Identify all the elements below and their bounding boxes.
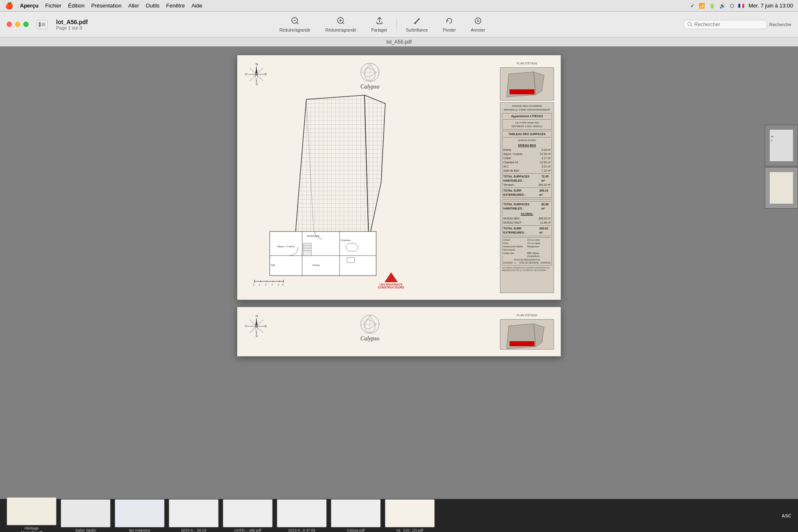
annotate-button[interactable]: Annoter (463, 15, 493, 34)
menu-fichier[interactable]: Fichier (45, 2, 62, 9)
file-info: lot_A56.pdf Page 1 sur 3 (56, 19, 88, 30)
room-entree: Entrée 5.34 m² (503, 148, 551, 152)
svg-text:O: O (245, 324, 247, 328)
search-label: Recherche (769, 22, 791, 27)
volume-icon: 🔊 (719, 3, 726, 9)
zoom-out-icon (291, 17, 299, 27)
zoom-in-button[interactable]: Réduire/agrandir (318, 15, 364, 34)
svg-text:Entrée: Entrée (313, 264, 320, 266)
room-sdb: Salle de Bain 7.10 m² (503, 169, 551, 172)
taskbar-thumb-al210[interactable] (385, 499, 435, 527)
compass-2: N S O E (244, 314, 269, 339)
plan-thumbnail-2 (500, 319, 554, 350)
taskbar-label-salon: Salon Jardin (75, 528, 96, 532)
taskbar-thumb-aced[interactable] (223, 499, 273, 527)
taskbar-item-2023a[interactable]: 2023-0....39.23 (169, 499, 219, 532)
apple-menu[interactable]: 🍎 (5, 2, 13, 10)
menu-edition[interactable]: Édition (68, 2, 85, 9)
minimize-button[interactable] (15, 22, 20, 27)
svg-rect-0 (39, 22, 41, 27)
taskbar-item-salon[interactable]: Salon Jardin (61, 499, 111, 532)
right-thumb-item-1[interactable]: an 9 (765, 125, 798, 166)
taskbar-item-al210[interactable]: AL_210...(2).pdf (385, 499, 435, 532)
plan-etage-label-2: PLAN D'ÉTAGE (500, 314, 554, 317)
taskbar-thumb-heritage[interactable] (7, 497, 57, 525)
taskbar-thumb-salon[interactable] (61, 499, 111, 527)
toolbar-divider-1 (397, 18, 397, 31)
search-input[interactable] (695, 22, 763, 27)
floor-plan-detail: Séjour / Cuisine Chambre Entrée SdB TERR… (269, 231, 377, 276)
flag-icon: 🇫🇷 (738, 3, 744, 9)
legend-panel: CloisonLD Lou-carpe PorteLS Lou-cappe Fe… (502, 237, 552, 266)
share-button[interactable]: Partager (364, 15, 394, 34)
total-hab-2: TOTAL SURFACES HABITABLES : 85.88 m² (503, 201, 551, 211)
highlight-button[interactable]: Surbrillance (399, 15, 436, 34)
svg-line-15 (691, 25, 692, 27)
table-sub: (surfaces privées) (503, 139, 551, 142)
menu-outils[interactable]: Outils (146, 2, 160, 9)
pdf-page-1: N S O E (237, 55, 561, 300)
svg-marker-29 (294, 95, 369, 253)
taskbar-thumb-2023b[interactable] (277, 499, 327, 527)
fine-print: Les surfaces indiquées sont calculées co… (502, 267, 552, 272)
svg-rect-2 (42, 24, 45, 25)
share-icon (375, 17, 384, 27)
page-inner-1: N S O E (237, 55, 561, 300)
calypso-text-2: Calypso (360, 335, 379, 342)
menu-apercu[interactable]: Aperçu (20, 2, 39, 9)
lnc-line2: CONSTRUCTEURS (378, 286, 404, 289)
svg-text:2: 2 (265, 283, 266, 286)
taskbar-item-heritage[interactable]: HéritageMarseille.pdf (7, 497, 57, 532)
lnc-logo: LES NOUVEAUX CONSTRUCTEURS (378, 271, 404, 289)
menu-aide[interactable]: Aide (192, 2, 202, 9)
svg-rect-1 (42, 23, 45, 24)
menu-aller[interactable]: Aller (128, 2, 139, 9)
svg-text:1: 1 (259, 283, 260, 286)
calypso-text-1: Calypso (360, 84, 379, 90)
zoom-out-button[interactable]: Réduire/agrandir (272, 15, 318, 34)
taskbar-item-2023b[interactable]: 2023-0...9.37.05 (277, 499, 327, 532)
taskbar-thumb-caisse[interactable] (331, 499, 381, 527)
svg-text:N: N (256, 62, 258, 66)
room-chambre: Chambre 01 10.09 m² (503, 160, 551, 164)
battery-icon: 🔋 (709, 3, 715, 9)
taskbar-item-caisse[interactable]: Caisse.pdf (331, 499, 381, 532)
menu-fenetre[interactable]: Fenêtre (166, 2, 185, 9)
maximize-button[interactable] (23, 22, 29, 27)
traffic-lights (7, 22, 29, 27)
taskbar-item-aced[interactable]: ACED-...ulté.pdf (223, 499, 273, 532)
svg-rect-41 (303, 243, 311, 256)
calypso-logo-2: Calypso (360, 314, 380, 342)
file-name: lot_A56.pdf (56, 19, 88, 25)
wifi-icon: 📶 (699, 3, 705, 9)
right-panel-2: PLAN D'ÉTAGE (500, 314, 554, 350)
rotate-button[interactable]: Pivoter (436, 15, 463, 34)
floor-plan-area-2: N S O E (244, 314, 496, 350)
total-ext-2: TOTAL SURF. EXTERIEURES : 280.02 m² (503, 225, 551, 235)
svg-text:E: E (265, 324, 267, 328)
svg-rect-70 (525, 89, 534, 94)
svg-text:S: S (256, 334, 258, 338)
sidebar-toggle-button[interactable] (36, 20, 48, 29)
svg-rect-3 (42, 25, 45, 26)
lnc-triangle-icon (384, 271, 399, 283)
svg-rect-92 (770, 172, 793, 204)
svg-text:Chambre: Chambre (340, 239, 351, 241)
taskbar-thumb-2023a[interactable] (169, 499, 219, 527)
taskbar-item-avignons[interactable]: les Avignons (115, 499, 165, 532)
close-button[interactable] (7, 22, 12, 27)
svg-line-10 (342, 22, 344, 24)
right-thumb-item-2[interactable] (765, 167, 798, 209)
svg-text:0: 0 (253, 283, 254, 286)
search-box[interactable] (684, 20, 767, 29)
zoom-in-icon (337, 17, 345, 27)
title-bar: lot_A56.pdf (0, 37, 798, 47)
main-content[interactable]: N S O E (0, 47, 798, 532)
menu-presentation[interactable]: Présentation (91, 2, 122, 9)
svg-point-13 (477, 20, 479, 22)
info-panel-1: AVENUE DES GOUMIERS MARSEILLE 5 ÈME ARRO… (500, 102, 554, 293)
bluetooth-icon: ⬡ (730, 3, 734, 9)
taskbar-thumb-avignons[interactable] (115, 499, 165, 527)
total-hab-1: TOTAL SURFACES HABITABLES : 72.65 m² (503, 173, 551, 183)
compass: N S O E (244, 62, 269, 87)
